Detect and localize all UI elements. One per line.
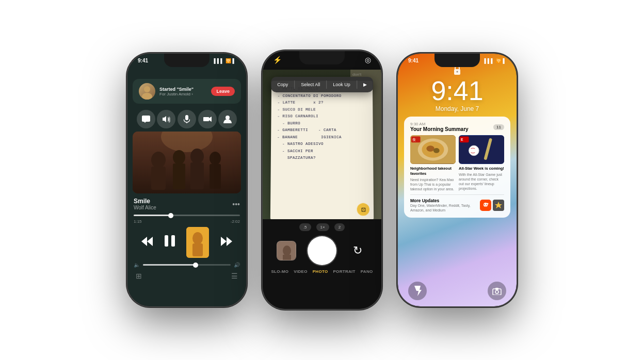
svg-marker-25 xyxy=(221,237,227,246)
phone1-song-info: Smile Wolf Alice ••• xyxy=(127,193,246,212)
svg-marker-26 xyxy=(227,237,232,246)
time-remaining: -2:02 xyxy=(231,219,240,224)
svg-rect-2 xyxy=(185,115,188,120)
volume-bar[interactable] xyxy=(143,264,231,266)
camera-thumbnail[interactable] xyxy=(277,241,296,260)
phone1-volume: 🔈 🔊 xyxy=(127,260,246,270)
more-updates-text: More Updates Day One, WaterMinder, Reddi… xyxy=(410,198,476,212)
phone2-shutter-row: ↻ xyxy=(263,234,381,267)
phone3-screen: 9:41 ▌▌▌ 🛜 ▌ 9:41 Monday, June 7 xyxy=(398,54,517,306)
svg-point-23 xyxy=(192,232,203,244)
phone1-playback-controls xyxy=(127,225,246,260)
live-text-icon[interactable]: ⊡ xyxy=(357,203,369,216)
news-thumb-1: 食 xyxy=(410,135,456,164)
flashlight-button[interactable] xyxy=(408,282,427,300)
zoom-1x[interactable]: 1× xyxy=(316,223,329,231)
phone1-notch xyxy=(164,54,210,67)
wifi-icon: 🛜 xyxy=(226,58,231,63)
airplay-icon[interactable]: ⊞ xyxy=(136,272,142,280)
phone2-note-text: - PETTI DI POLLO- CONCENTRATO DI POMODOR… xyxy=(277,86,367,161)
mode-pano[interactable]: PANO xyxy=(361,269,373,274)
news-item-2[interactable]: E All-Star Week is coming! With the All-… xyxy=(459,135,504,191)
phone3-status-icons: ▌▌▌ 🛜 ▌ xyxy=(484,58,506,63)
phone1-time: 9:41 xyxy=(138,58,148,63)
chat-button[interactable] xyxy=(137,110,155,128)
vol-high-icon: 🔊 xyxy=(234,262,240,268)
reddit-icon xyxy=(480,200,491,211)
svg-point-48 xyxy=(487,203,489,204)
phone-3: 9:41 ▌▌▌ 🛜 ▌ 9:41 Monday, June 7 xyxy=(398,54,517,306)
phone3-notification[interactable]: 9:30 AM Your Morning Summary 11 xyxy=(404,117,510,218)
svg-point-43 xyxy=(469,145,479,156)
live-text-symbol: ⊡ xyxy=(361,206,365,212)
phone-1: 9:41 ▌▌▌ 🛜 ▌ Started "Smile" For J xyxy=(127,54,246,306)
zoom-05x[interactable]: .5 xyxy=(299,223,311,231)
more-menu-item[interactable]: ▶ xyxy=(357,80,373,89)
pause-button[interactable] xyxy=(165,235,175,250)
svg-rect-24 xyxy=(192,243,203,256)
svg-point-47 xyxy=(486,204,487,205)
news-item-1[interactable]: 食 Neighborhood takeout favorites Need in… xyxy=(410,135,456,191)
mode-slo-mo[interactable]: SLO-MO xyxy=(271,269,288,274)
svg-text:E: E xyxy=(461,138,463,141)
forward-button[interactable] xyxy=(221,237,232,248)
svg-point-28 xyxy=(283,246,291,256)
phones-container: 9:41 ▌▌▌ 🛜 ▌ Started "Smile" For J xyxy=(117,41,527,319)
phone1-status-icons: ▌▌▌ 🛜 ▌ xyxy=(214,58,236,63)
svg-point-1 xyxy=(142,93,152,100)
flash-icon[interactable]: ⚡ xyxy=(273,56,282,64)
phone3-time: 9:41 xyxy=(408,58,418,63)
svg-point-53 xyxy=(495,290,498,293)
mic-button[interactable] xyxy=(178,110,196,128)
lock-icon xyxy=(398,66,517,76)
phone-2: ⚡ ∧ ◎ Copy Select All Look Up ▶ xyxy=(263,51,381,309)
phone1-bottom-bar: ⊞ ☰ xyxy=(127,270,246,284)
phone3-more-updates: More Updates Day One, WaterMinder, Reddi… xyxy=(410,194,504,212)
camera-settings-icon[interactable]: ◎ xyxy=(365,56,371,64)
rewind-button[interactable] xyxy=(141,237,153,248)
food-image: 食 xyxy=(410,135,456,164)
time-current: 1:15 xyxy=(134,219,142,224)
phone3-signal-icon: ▌▌▌ xyxy=(484,58,494,63)
flip-camera-button[interactable]: ↻ xyxy=(348,241,367,260)
svg-marker-5 xyxy=(209,117,212,122)
song-title-group: Smile Wolf Alice xyxy=(134,198,156,210)
svg-point-31 xyxy=(457,71,458,73)
news2-desc: With the All-Star Game just around the c… xyxy=(459,172,504,191)
look-up-menu-item[interactable]: Look Up xyxy=(327,80,357,89)
phone2-context-menu: Copy Select All Look Up ▶ xyxy=(271,77,373,92)
phone2-notch xyxy=(299,51,345,64)
phone3-battery-icon: ▌ xyxy=(503,58,506,63)
song-artist: Wolf Alice xyxy=(134,205,156,210)
more-button[interactable]: ••• xyxy=(232,200,240,208)
svg-point-35 xyxy=(426,145,434,152)
svg-rect-17 xyxy=(133,132,241,193)
copy-menu-item[interactable]: Copy xyxy=(271,80,294,89)
notif-header-left: 9:30 AM Your Morning Summary xyxy=(410,122,469,132)
phone1-avatar xyxy=(139,83,155,100)
queue-icon[interactable]: ☰ xyxy=(231,272,238,280)
select-all-menu-item[interactable]: Select All xyxy=(295,80,326,89)
news-thumb-2: E xyxy=(459,135,504,164)
phone2-note-paper: - PETTI DI POLLO- CONCENTRATO DI POMODOR… xyxy=(270,81,374,219)
svg-point-36 xyxy=(433,148,440,153)
phone1-progress[interactable] xyxy=(127,212,246,218)
phone2-mode-bar: SLO-MO VIDEO PHOTO PORTRAIT PANO xyxy=(263,267,381,276)
camera-lock-button[interactable] xyxy=(488,282,506,300)
mode-portrait[interactable]: PORTRAIT xyxy=(333,269,355,274)
phone1-times: 1:15 -2:02 xyxy=(127,218,246,225)
mode-photo[interactable]: PHOTO xyxy=(313,269,328,274)
signal-icon: ▌▌▌ xyxy=(214,58,223,63)
svg-point-6 xyxy=(226,116,230,120)
mode-video[interactable]: VIDEO xyxy=(294,269,307,274)
camera-button[interactable] xyxy=(198,110,217,128)
shutter-button[interactable] xyxy=(308,236,336,265)
battery-icon: ▌ xyxy=(233,58,236,63)
phone1-screen: 9:41 ▌▌▌ 🛜 ▌ Started "Smile" For J xyxy=(127,54,246,306)
zoom-2x[interactable]: 2 xyxy=(334,223,345,231)
person-button[interactable] xyxy=(218,110,237,128)
speaker-button[interactable] xyxy=(157,110,175,128)
svg-rect-29 xyxy=(283,255,291,260)
more-desc: Day One, WaterMinder, Reddit, Tasty, Ama… xyxy=(410,203,476,212)
leave-button[interactable]: Leave xyxy=(211,87,235,96)
